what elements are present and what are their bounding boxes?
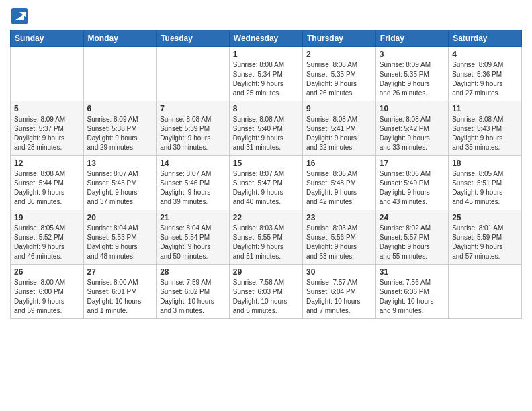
calendar-cell: 20Sunrise: 8:04 AM Sunset: 5:53 PM Dayli…	[83, 210, 157, 265]
calendar-cell: 24Sunrise: 8:02 AM Sunset: 5:57 PM Dayli…	[375, 210, 448, 265]
day-number: 1	[233, 50, 299, 59]
day-number: 18	[452, 158, 518, 168]
weekday-saturday: Saturday	[449, 30, 522, 47]
day-number: 6	[87, 104, 153, 113]
day-info: Sunrise: 8:09 AM Sunset: 5:37 PM Dayligh…	[14, 115, 80, 152]
day-number: 14	[160, 158, 226, 168]
calendar-cell: 2Sunrise: 8:08 AM Sunset: 5:35 PM Daylig…	[302, 47, 375, 101]
day-info: Sunrise: 8:08 AM Sunset: 5:34 PM Dayligh…	[233, 60, 299, 98]
page-header	[10, 7, 522, 26]
calendar-cell: 29Sunrise: 7:58 AM Sunset: 6:03 PM Dayli…	[229, 265, 302, 319]
calendar-cell: 11Sunrise: 8:08 AM Sunset: 5:43 PM Dayli…	[449, 101, 522, 156]
day-number: 4	[452, 50, 518, 59]
calendar-body: 1Sunrise: 8:08 AM Sunset: 5:34 PM Daylig…	[11, 47, 522, 319]
calendar-cell: 22Sunrise: 8:03 AM Sunset: 5:55 PM Dayli…	[229, 210, 302, 265]
calendar-cell: 7Sunrise: 8:08 AM Sunset: 5:39 PM Daylig…	[157, 101, 230, 156]
day-info: Sunrise: 8:08 AM Sunset: 5:41 PM Dayligh…	[306, 115, 372, 152]
weekday-friday: Friday	[375, 30, 448, 47]
day-number: 22	[233, 213, 299, 222]
day-info: Sunrise: 7:57 AM Sunset: 6:04 PM Dayligh…	[306, 278, 372, 316]
calendar-cell: 3Sunrise: 8:09 AM Sunset: 5:35 PM Daylig…	[375, 47, 448, 101]
day-info: Sunrise: 8:08 AM Sunset: 5:39 PM Dayligh…	[160, 115, 226, 152]
calendar-cell	[11, 47, 84, 101]
day-info: Sunrise: 8:07 AM Sunset: 5:46 PM Dayligh…	[160, 169, 226, 207]
day-number: 25	[452, 213, 518, 222]
calendar-cell: 1Sunrise: 8:08 AM Sunset: 5:34 PM Daylig…	[229, 47, 302, 101]
day-number: 12	[14, 158, 80, 168]
day-info: Sunrise: 8:06 AM Sunset: 5:49 PM Dayligh…	[380, 169, 445, 207]
calendar-cell	[83, 47, 157, 101]
day-number: 29	[233, 267, 299, 277]
day-number: 16	[306, 158, 372, 168]
day-number: 2	[306, 50, 372, 59]
calendar-cell: 9Sunrise: 8:08 AM Sunset: 5:41 PM Daylig…	[302, 101, 375, 156]
day-info: Sunrise: 8:00 AM Sunset: 6:01 PM Dayligh…	[87, 278, 153, 316]
day-info: Sunrise: 7:58 AM Sunset: 6:03 PM Dayligh…	[233, 278, 299, 316]
day-info: Sunrise: 8:08 AM Sunset: 5:43 PM Dayligh…	[452, 115, 518, 152]
day-info: Sunrise: 8:05 AM Sunset: 5:51 PM Dayligh…	[452, 169, 518, 207]
day-info: Sunrise: 8:08 AM Sunset: 5:35 PM Dayligh…	[306, 60, 372, 98]
day-info: Sunrise: 7:56 AM Sunset: 6:06 PM Dayligh…	[380, 278, 445, 316]
day-info: Sunrise: 8:08 AM Sunset: 5:42 PM Dayligh…	[380, 115, 445, 152]
weekday-header-row: SundayMondayTuesdayWednesdayThursdayFrid…	[11, 30, 522, 47]
day-info: Sunrise: 8:06 AM Sunset: 5:48 PM Dayligh…	[306, 169, 372, 207]
day-number: 17	[380, 158, 445, 168]
day-info: Sunrise: 8:09 AM Sunset: 5:36 PM Dayligh…	[452, 60, 518, 98]
logo	[10, 7, 32, 26]
calendar-cell: 12Sunrise: 8:08 AM Sunset: 5:44 PM Dayli…	[11, 156, 84, 210]
day-info: Sunrise: 8:03 AM Sunset: 5:56 PM Dayligh…	[306, 224, 372, 261]
calendar-cell: 6Sunrise: 8:09 AM Sunset: 5:38 PM Daylig…	[83, 101, 157, 156]
day-number: 19	[14, 213, 80, 222]
day-info: Sunrise: 8:09 AM Sunset: 5:35 PM Dayligh…	[380, 60, 445, 98]
day-number: 3	[380, 50, 445, 59]
week-row-1: 1Sunrise: 8:08 AM Sunset: 5:34 PM Daylig…	[11, 47, 522, 101]
day-number: 11	[452, 104, 518, 113]
calendar-cell: 17Sunrise: 8:06 AM Sunset: 5:49 PM Dayli…	[375, 156, 448, 210]
day-info: Sunrise: 8:02 AM Sunset: 5:57 PM Dayligh…	[380, 224, 445, 261]
day-number: 28	[160, 267, 226, 277]
day-number: 5	[14, 104, 80, 113]
calendar-cell: 25Sunrise: 8:01 AM Sunset: 5:59 PM Dayli…	[449, 210, 522, 265]
weekday-monday: Monday	[83, 30, 157, 47]
day-number: 13	[87, 158, 153, 168]
calendar-cell: 31Sunrise: 7:56 AM Sunset: 6:06 PM Dayli…	[375, 265, 448, 319]
week-row-5: 26Sunrise: 8:00 AM Sunset: 6:00 PM Dayli…	[11, 265, 522, 319]
week-row-2: 5Sunrise: 8:09 AM Sunset: 5:37 PM Daylig…	[11, 101, 522, 156]
calendar-cell: 13Sunrise: 8:07 AM Sunset: 5:45 PM Dayli…	[83, 156, 157, 210]
calendar-cell: 15Sunrise: 8:07 AM Sunset: 5:47 PM Dayli…	[229, 156, 302, 210]
day-info: Sunrise: 8:03 AM Sunset: 5:55 PM Dayligh…	[233, 224, 299, 261]
weekday-tuesday: Tuesday	[157, 30, 230, 47]
day-info: Sunrise: 8:00 AM Sunset: 6:00 PM Dayligh…	[14, 278, 80, 316]
day-number: 24	[380, 213, 445, 222]
calendar-cell: 18Sunrise: 8:05 AM Sunset: 5:51 PM Dayli…	[449, 156, 522, 210]
day-number: 8	[233, 104, 299, 113]
week-row-3: 12Sunrise: 8:08 AM Sunset: 5:44 PM Dayli…	[11, 156, 522, 210]
week-row-4: 19Sunrise: 8:05 AM Sunset: 5:52 PM Dayli…	[11, 210, 522, 265]
calendar-table: SundayMondayTuesdayWednesdayThursdayFrid…	[10, 30, 522, 319]
day-number: 20	[87, 213, 153, 222]
calendar-cell: 8Sunrise: 8:08 AM Sunset: 5:40 PM Daylig…	[229, 101, 302, 156]
calendar-cell: 28Sunrise: 7:59 AM Sunset: 6:02 PM Dayli…	[157, 265, 230, 319]
day-number: 30	[306, 267, 372, 277]
calendar-cell	[157, 47, 230, 101]
weekday-sunday: Sunday	[11, 30, 84, 47]
calendar-cell: 21Sunrise: 8:04 AM Sunset: 5:54 PM Dayli…	[157, 210, 230, 265]
day-number: 21	[160, 213, 226, 222]
calendar-cell	[449, 265, 522, 319]
day-info: Sunrise: 8:04 AM Sunset: 5:53 PM Dayligh…	[87, 224, 153, 261]
weekday-wednesday: Wednesday	[229, 30, 302, 47]
logo-icon	[10, 7, 29, 26]
day-info: Sunrise: 8:05 AM Sunset: 5:52 PM Dayligh…	[14, 224, 80, 261]
calendar-cell: 14Sunrise: 8:07 AM Sunset: 5:46 PM Dayli…	[157, 156, 230, 210]
day-number: 23	[306, 213, 372, 222]
calendar-cell: 19Sunrise: 8:05 AM Sunset: 5:52 PM Dayli…	[11, 210, 84, 265]
weekday-thursday: Thursday	[302, 30, 375, 47]
day-number: 7	[160, 104, 226, 113]
calendar-cell: 4Sunrise: 8:09 AM Sunset: 5:36 PM Daylig…	[449, 47, 522, 101]
day-number: 15	[233, 158, 299, 168]
day-number: 9	[306, 104, 372, 113]
day-info: Sunrise: 8:04 AM Sunset: 5:54 PM Dayligh…	[160, 224, 226, 261]
day-info: Sunrise: 8:07 AM Sunset: 5:47 PM Dayligh…	[233, 169, 299, 207]
day-number: 27	[87, 267, 153, 277]
calendar-cell: 10Sunrise: 8:08 AM Sunset: 5:42 PM Dayli…	[375, 101, 448, 156]
